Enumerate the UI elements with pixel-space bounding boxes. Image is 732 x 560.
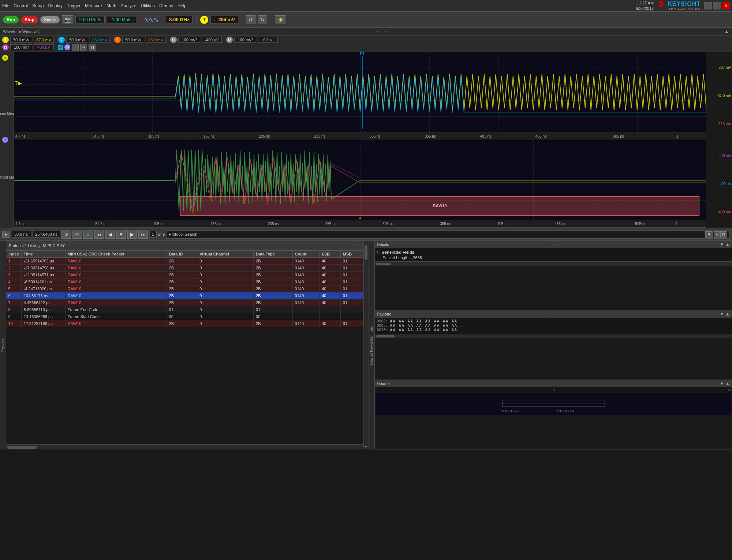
menu-control[interactable]: Control: [14, 3, 28, 8]
add-channel-button[interactable]: +: [72, 44, 79, 51]
payload-addr-2: 0010:: [377, 328, 388, 332]
payload-hscroll[interactable]: [375, 334, 732, 338]
nav-first-button[interactable]: ⏮: [94, 230, 104, 239]
table-cell: [340, 313, 363, 320]
col-virtual-channel: Virtual Channel: [197, 251, 254, 258]
undo-button[interactable]: ↺: [246, 15, 255, 24]
more-channels-button[interactable]: »: [80, 44, 87, 51]
details-hscroll[interactable]: [375, 261, 732, 266]
table-row[interactable]: 2-17.30314790 µsRAW102B02B01404001: [6, 265, 363, 272]
search-snap-button[interactable]: ⊓: [720, 231, 727, 238]
ch1-badge[interactable]: 1: [2, 37, 9, 43]
ch2-scale[interactable]: 50.0 mV/: [66, 37, 88, 43]
menu-measure[interactable]: Measure: [85, 3, 102, 8]
menu-setup[interactable]: Setup: [32, 3, 44, 8]
table-row[interactable]: 5-4.24713920 µsRAW102B02B01404001: [6, 285, 363, 292]
single-button[interactable]: Single: [40, 16, 60, 23]
table-row[interactable]: 88.80886710 µsFrame End Code01001: [6, 306, 363, 313]
table-cell: 3: [6, 272, 22, 279]
sync-button[interactable]: ⊓: [89, 44, 96, 51]
protocol-table-container[interactable]: Index Time MIPI CSI-2 CRC Check Packet D…: [6, 250, 363, 444]
window-collapse-button[interactable]: ▲: [724, 29, 729, 34]
search-more-button[interactable]: »: [714, 231, 720, 238]
f3-badge[interactable]: f3: [2, 44, 9, 51]
nav-next-button[interactable]: ▶: [127, 230, 137, 239]
payload-header[interactable]: Payload · · · · · ▼ ▲: [375, 310, 732, 318]
header-scroll-up-button[interactable]: ▲: [725, 381, 730, 386]
details-collapse-button[interactable]: ▼: [720, 242, 724, 247]
table-row[interactable]: 3-12.95114571 µsRAW102B02B01404001: [6, 272, 363, 279]
search-dropdown-button[interactable]: ▼: [705, 231, 713, 238]
nav-prev-button[interactable]: ◀: [105, 230, 115, 239]
table-row[interactable]: 6104.86178 nsRAW102B02B01404001: [6, 292, 363, 299]
protocol-vertical-scroll[interactable]: ▼: [363, 241, 369, 449]
ch3-scale[interactable]: 50.0 mV/: [122, 37, 144, 43]
details-header[interactable]: Details · · · · · ▼ ▲: [375, 241, 732, 248]
maximize-button[interactable]: □: [713, 2, 721, 10]
menu-file[interactable]: File: [2, 3, 9, 8]
vscroll-down-icon[interactable]: ▼: [365, 445, 367, 449]
f1-offset[interactable]: -400 µV: [202, 37, 222, 43]
nav-zoom-button[interactable]: ⊙: [72, 230, 82, 239]
ch2-badge[interactable]: 2: [58, 37, 65, 43]
f3-offset[interactable]: 400 µV: [34, 44, 54, 50]
table-cell: [320, 306, 341, 313]
header-collapse-button[interactable]: ▼: [720, 381, 724, 386]
ch2-offset[interactable]: 88.0 mV: [90, 37, 110, 43]
f3-scale[interactable]: 100 mV/: [10, 44, 32, 50]
menu-help[interactable]: Help: [178, 3, 187, 8]
ch3-badge[interactable]: 3: [114, 37, 121, 43]
menu-trigger[interactable]: Trigger: [67, 3, 81, 8]
protocol-horizontal-scroll[interactable]: [6, 444, 363, 449]
timebase-position[interactable]: 254.6480 ns: [33, 231, 60, 238]
f1-scale[interactable]: 100 mV/: [178, 37, 200, 43]
protocol-search-label: Protocol Search: [169, 232, 197, 236]
f-left-indicator[interactable]: f: [2, 137, 8, 143]
protocol-search-field[interactable]: Protocol Search ▼ » ⊓: [166, 230, 730, 239]
table-row[interactable]: 4-8.59914261 µsRAW102B02B01404001: [6, 279, 363, 285]
nav-down-button[interactable]: ▼: [116, 230, 126, 239]
menu-analyze[interactable]: Analyze: [121, 3, 137, 8]
nav-circle-button[interactable]: ●: [83, 230, 93, 239]
table-row[interactable]: 74.45686422 µsRAW102B02B01404001: [6, 299, 363, 306]
p1-badge[interactable]: p1: [64, 44, 70, 50]
menu-math[interactable]: Math: [107, 3, 116, 8]
table-cell: RAW10: [65, 299, 167, 306]
details-scroll-up-button[interactable]: ▲: [725, 242, 730, 247]
f2-scale[interactable]: 100 mV/: [234, 37, 256, 43]
f2-badge[interactable]: f2: [226, 37, 233, 43]
table-cell: 2: [6, 265, 22, 272]
scope-right-panel: 287 mV 87.0 mV -113 mV 400 mV 400 µV -40…: [706, 52, 732, 228]
stop-button[interactable]: Stop: [21, 16, 38, 23]
payload-scroll-up-button[interactable]: ▲: [725, 311, 730, 317]
menu-display[interactable]: Display: [48, 3, 62, 8]
close-button[interactable]: ✕: [722, 2, 730, 10]
nav-last-button[interactable]: ⏭: [138, 230, 148, 239]
menu-utilities[interactable]: Utilities: [141, 3, 155, 8]
table-row[interactable]: 1-21.65514763 µsRAW102B02B01404001: [6, 258, 363, 265]
f2-offset[interactable]: 0.0 V: [258, 37, 278, 43]
run-button[interactable]: Run: [3, 16, 19, 23]
camera-button[interactable]: 📷: [62, 15, 73, 24]
p1-checkbox[interactable]: [58, 45, 63, 50]
table-row[interactable]: 1017.51287188 µsRAW102B02B01404001: [6, 320, 363, 327]
ch1-left-indicator[interactable]: 1: [2, 55, 8, 61]
ch1-indicator-area: 1: [2, 55, 8, 61]
lock-zoom-button[interactable]: ⊙: [61, 230, 71, 239]
f1-badge[interactable]: f1: [170, 37, 177, 43]
payload-collapse-button[interactable]: ▼: [720, 311, 724, 317]
trigger-indicator: T: [200, 16, 208, 24]
table-cell: 40: [320, 279, 341, 285]
table-row[interactable]: 913.16086988 µsFrame Start Code00000: [6, 313, 363, 320]
header-panel-header[interactable]: Header ▼ ▲: [375, 380, 732, 387]
ch1-offset[interactable]: 87.0 mV: [34, 37, 54, 43]
minimize-button[interactable]: —: [704, 2, 712, 10]
ch1-scale[interactable]: 50.0 mV/: [10, 37, 32, 43]
extra-button[interactable]: ⚡: [275, 15, 286, 24]
table-cell: 40: [320, 272, 341, 279]
redo-button[interactable]: ↻: [258, 15, 267, 24]
menu-demos[interactable]: Demos: [159, 3, 173, 8]
ch3-offset[interactable]: 88.0 mV: [146, 37, 166, 43]
timebase-scale[interactable]: 50.0 ns/: [12, 231, 31, 238]
selected-packet-sidebar: Selected Packet Information: [369, 241, 374, 449]
